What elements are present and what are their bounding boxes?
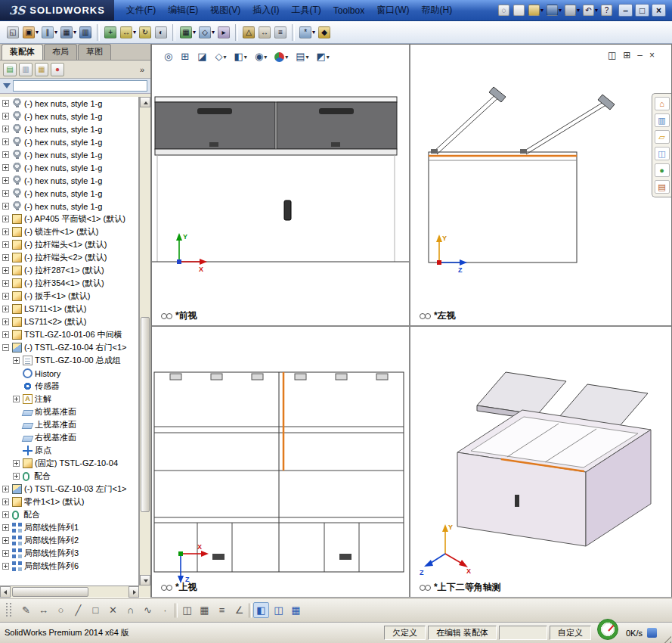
expander-icon[interactable] xyxy=(2,241,9,248)
close-button[interactable]: × xyxy=(652,4,666,17)
tree-item[interactable]: 零件1<1> (默认) xyxy=(0,495,138,508)
show-hidden-components-icon[interactable]: ◐ xyxy=(154,26,169,39)
close-view-icon[interactable]: × xyxy=(649,51,655,60)
display-manager-icon[interactable]: ● xyxy=(51,63,64,76)
view-layout-toggle-icon[interactable]: ◫ xyxy=(271,602,286,618)
minimize-button[interactable]: – xyxy=(618,4,633,17)
reference-geometry-icon[interactable]: ◇ ▾ xyxy=(198,26,215,39)
tree-item[interactable]: LS711<1> (默认) xyxy=(0,303,138,315)
edit-appearance-icon[interactable]: ▾ xyxy=(271,50,291,64)
trim-entities-icon[interactable]: ✕ xyxy=(105,602,121,618)
expander-icon[interactable] xyxy=(2,126,9,132)
tree-item[interactable]: TSTL-GZ-10-01-06 中间横 xyxy=(0,328,138,341)
tree-item[interactable]: 原点 xyxy=(0,444,138,457)
arc-icon[interactable]: ∩ xyxy=(122,602,138,618)
design-library-icon[interactable]: ▥ xyxy=(655,113,670,127)
tree-item[interactable]: 右视基准面 xyxy=(0,431,138,444)
evaluate-table-icon[interactable]: ▦ xyxy=(288,602,304,618)
expander-icon[interactable] xyxy=(2,216,9,222)
measure-icon[interactable]: ↔ xyxy=(258,26,272,39)
minimize-view-icon[interactable]: – xyxy=(637,51,643,60)
expander-icon[interactable] xyxy=(2,280,9,287)
tree-item[interactable]: (-) AP405 平面锁<1> (默认) xyxy=(0,213,138,225)
toolbar-separator[interactable] xyxy=(97,24,100,41)
expander-icon[interactable] xyxy=(2,190,9,197)
property-manager-icon[interactable]: ▥ xyxy=(19,63,33,76)
linear-component-pattern-icon[interactable]: ▦ ▾ xyxy=(60,26,77,39)
split-four-view-icon[interactable]: ⊞ xyxy=(623,51,630,60)
filter-input[interactable] xyxy=(13,80,147,92)
zoom-area-icon[interactable]: ⊞ xyxy=(178,49,193,64)
sketch-chamfer-icon[interactable]: ∠ xyxy=(231,602,247,618)
expander-icon[interactable] xyxy=(2,228,9,235)
expander-icon[interactable] xyxy=(2,331,9,338)
restore-button[interactable]: □ xyxy=(635,4,649,17)
performance-gauge-icon[interactable] xyxy=(597,619,618,640)
assembly-features-icon[interactable]: ▦ ▾ xyxy=(179,26,197,39)
scroll-right-button[interactable] xyxy=(129,586,139,598)
section-view-icon[interactable]: ◪ xyxy=(194,49,210,64)
convert-entities-icon[interactable]: ≡ xyxy=(214,602,230,618)
expander-icon[interactable] xyxy=(2,151,9,158)
tree-item[interactable]: 传感器 xyxy=(0,380,138,393)
tree-item[interactable]: (-) hex nuts, style 1-g xyxy=(0,148,138,161)
tree-item[interactable]: (-) TSTL-GZ-10-03 左门<1> xyxy=(0,483,138,495)
viewport-isometric[interactable]: Y X Z *上下二等角轴测 xyxy=(410,327,671,597)
command-tab[interactable]: 草图 xyxy=(78,44,111,60)
new-document-icon[interactable] xyxy=(513,4,526,17)
solidworks-resources-icon[interactable]: ⌂ xyxy=(655,97,670,110)
viewport-front[interactable]: Y X *前视 xyxy=(152,45,409,325)
scroll-up-button[interactable] xyxy=(140,97,150,107)
print-icon[interactable]: ▾ xyxy=(564,4,581,17)
tree-item[interactable]: (固定) TSTL-GZ-10-04 xyxy=(0,457,138,470)
toolbar-separator[interactable] xyxy=(292,24,295,41)
mate-icon[interactable]: ∥ ▾ xyxy=(41,26,58,39)
tree-item[interactable]: (-) hex nuts, style 1-g xyxy=(0,123,138,135)
viewport-top[interactable]: X Z *上视 xyxy=(152,327,409,597)
linear-sketch-pattern-icon[interactable]: ▦ xyxy=(197,602,212,618)
tree-item[interactable]: 配合 xyxy=(0,508,138,521)
mirror-entities-icon[interactable]: ◫ xyxy=(179,602,195,618)
toolbar-separator[interactable] xyxy=(172,24,175,41)
sketch-tool[interactable] xyxy=(175,603,178,618)
menu-item[interactable]: 插入(I) xyxy=(246,1,285,20)
resize-grip[interactable] xyxy=(661,632,671,643)
tree-horizontal-scrollbar[interactable] xyxy=(0,586,139,598)
tree-item[interactable]: (-) hex nuts, style 1-g xyxy=(0,200,138,213)
hide-show-items-icon[interactable]: ◉ ▾ xyxy=(252,49,270,64)
menu-item[interactable]: 文件(F) xyxy=(120,1,162,20)
tree-vertical-scrollbar[interactable] xyxy=(139,97,150,586)
spline-icon[interactable]: ∿ xyxy=(140,602,156,618)
menu-item[interactable]: 视图(V) xyxy=(204,1,246,20)
point-icon[interactable]: · xyxy=(157,602,173,618)
menu-item[interactable]: 帮助(H) xyxy=(416,1,459,20)
expander-icon[interactable] xyxy=(2,138,9,145)
expander-icon[interactable] xyxy=(13,460,20,467)
insert-components-icon[interactable]: ▣ ▾ xyxy=(22,26,39,39)
feature-manager-icon[interactable]: ▤ xyxy=(3,63,17,76)
circle-icon[interactable]: ○ xyxy=(53,602,69,618)
expander-icon[interactable] xyxy=(2,499,9,505)
menu-item[interactable]: 工具(T) xyxy=(286,1,327,20)
tree-item[interactable]: 注解 xyxy=(0,393,138,405)
configuration-manager-icon[interactable]: ▦ xyxy=(35,63,48,76)
expander-icon[interactable] xyxy=(2,267,9,274)
expander-icon[interactable] xyxy=(13,357,20,364)
smart-dimension-icon[interactable]: ↔ xyxy=(36,602,51,618)
expander-icon[interactable] xyxy=(2,254,9,261)
tree-item[interactable]: (-) 拉杆端头<1> (默认) xyxy=(0,238,138,251)
edit-component-icon[interactable]: ◱ xyxy=(6,26,20,39)
expander-icon[interactable] xyxy=(2,550,9,557)
scroll-thumb[interactable] xyxy=(141,317,150,512)
tree-item[interactable]: History xyxy=(0,367,138,380)
tree-item[interactable]: (-) 拉杆287<1> (默认) xyxy=(0,264,138,277)
tree-item[interactable]: (-) hex nuts, style 1-g xyxy=(0,97,138,110)
expander-icon[interactable] xyxy=(13,396,20,402)
tree-item[interactable]: LS711<2> (默认) xyxy=(0,315,138,328)
expander-icon[interactable] xyxy=(2,113,9,120)
tree-item[interactable]: 上视基准面 xyxy=(0,418,138,431)
tree-item[interactable]: 配合 xyxy=(0,470,138,483)
expander-icon[interactable] xyxy=(2,563,9,570)
expander-icon[interactable] xyxy=(2,511,9,518)
expander-icon[interactable] xyxy=(2,177,9,184)
